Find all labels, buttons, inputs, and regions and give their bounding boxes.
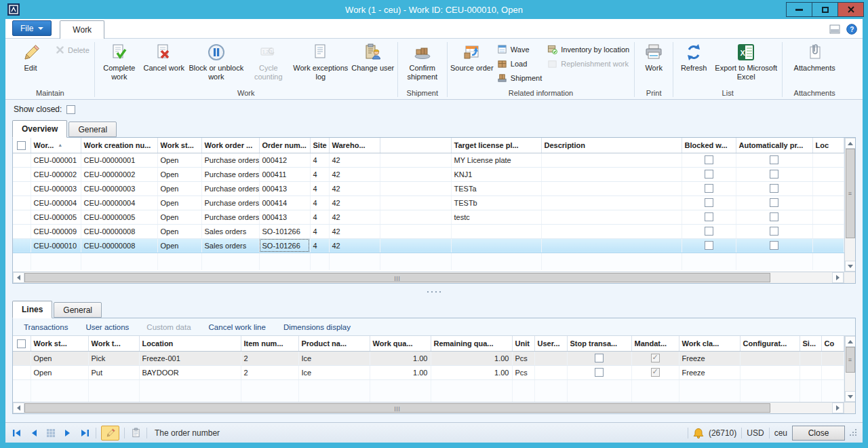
- table-row[interactable]: CEU-000002CEU-00000002OpenPurchase order…: [13, 167, 844, 181]
- scroll-right-button[interactable]: [832, 272, 844, 283]
- title-bar[interactable]: Work (1 - ceu) - Work ID: CEU-000010, Op…: [0, 0, 868, 19]
- show-closed-checkbox[interactable]: [66, 105, 75, 114]
- column-header[interactable]: Description: [541, 138, 682, 153]
- cell-checkbox[interactable]: [595, 354, 604, 362]
- notification-count[interactable]: (26710): [709, 428, 736, 438]
- inventory-by-location-button[interactable]: Inventory by location: [545, 42, 632, 56]
- table-row[interactable]: CEU-000003CEU-00000003OpenPurchase order…: [13, 181, 844, 195]
- column-header[interactable]: Wor...: [31, 138, 81, 153]
- column-header[interactable]: Work qua...: [370, 336, 431, 351]
- column-header[interactable]: Product na...: [298, 336, 370, 351]
- tab-work[interactable]: Work: [60, 20, 104, 39]
- column-header[interactable]: Order num...: [259, 138, 310, 153]
- shipment-button[interactable]: Shipment: [494, 71, 545, 85]
- tab-lines-general[interactable]: General: [54, 302, 102, 318]
- first-record-button[interactable]: [11, 426, 23, 440]
- minimize-button[interactable]: [786, 2, 812, 17]
- column-header[interactable]: Blocked w...: [682, 138, 736, 153]
- close-window-button[interactable]: [837, 2, 864, 17]
- table-row[interactable]: CEU-000005CEU-00000005OpenPurchase order…: [13, 210, 844, 224]
- row-selector[interactable]: [13, 210, 31, 224]
- table-row[interactable]: OpenPutBAYDOOR2Ice1.001.00PcsFreeze: [13, 365, 844, 379]
- tab-overview-general[interactable]: General: [68, 122, 117, 137]
- table-row[interactable]: CEU-000004CEU-00000004OpenPurchase order…: [13, 195, 844, 210]
- column-header[interactable]: Remaining qua...: [431, 336, 512, 351]
- scrollbar-thumb[interactable]: ≡: [846, 149, 855, 238]
- scroll-up-button[interactable]: [845, 336, 856, 347]
- help-icon[interactable]: ?: [846, 24, 857, 35]
- horizontal-scrollbar[interactable]: |||: [13, 272, 855, 283]
- cell-checkbox[interactable]: [595, 368, 604, 377]
- column-header[interactable]: Work cla...: [679, 336, 740, 351]
- table-row[interactable]: CEU-000001CEU-00000001OpenPurchase order…: [13, 153, 844, 167]
- column-header[interactable]: Co: [821, 336, 844, 351]
- splitter[interactable]: [5, 284, 863, 300]
- cell-checkbox[interactable]: [651, 368, 660, 377]
- tab-lines[interactable]: Lines: [12, 301, 52, 318]
- tab-overview[interactable]: Overview: [12, 120, 67, 138]
- close-button[interactable]: Close: [792, 426, 845, 441]
- edit-button[interactable]: Edit: [8, 40, 53, 73]
- notifications-bell-icon[interactable]: [693, 428, 704, 438]
- cell-checkbox[interactable]: [651, 354, 660, 362]
- block-unblock-work-button[interactable]: Block or unblock work: [186, 40, 246, 82]
- export-excel-button[interactable]: X Export to Microsoft Excel: [712, 40, 780, 82]
- vertical-scrollbar[interactable]: ≡: [844, 138, 856, 272]
- column-header[interactable]: Work st...: [157, 138, 201, 153]
- datasource-button[interactable]: [45, 426, 57, 440]
- cell-checkbox[interactable]: [705, 212, 713, 221]
- maximize-button[interactable]: [812, 2, 838, 17]
- scroll-down-button[interactable]: [845, 391, 856, 402]
- row-selector[interactable]: [13, 195, 31, 210]
- select-all-checkbox[interactable]: [17, 141, 26, 150]
- change-user-button[interactable]: Change user: [351, 40, 395, 73]
- column-header[interactable]: Work st...: [31, 336, 88, 351]
- print-work-button[interactable]: Work: [637, 40, 671, 73]
- cell-checkbox[interactable]: [770, 170, 778, 179]
- attachments-button[interactable]: Attachments: [785, 40, 844, 73]
- column-header[interactable]: Configurat...: [740, 336, 800, 351]
- company-indicator[interactable]: ceu: [774, 428, 787, 438]
- scroll-down-button[interactable]: [845, 261, 856, 272]
- layout-pane-icon[interactable]: [829, 24, 840, 35]
- select-all-checkbox[interactable]: [17, 339, 26, 348]
- cell-checkbox[interactable]: [705, 155, 713, 164]
- work-exceptions-log-button[interactable]: Work exceptions log: [291, 40, 351, 82]
- cell-checkbox[interactable]: [770, 184, 778, 193]
- column-header[interactable]: Item num...: [241, 336, 298, 351]
- resize-grip[interactable]: [850, 429, 857, 436]
- column-header[interactable]: [380, 138, 451, 153]
- delete-button[interactable]: Delete: [53, 43, 92, 57]
- cell-checkbox[interactable]: [770, 198, 778, 207]
- row-selector[interactable]: [13, 351, 31, 365]
- scroll-right-button[interactable]: [832, 403, 844, 413]
- row-selector[interactable]: [13, 224, 31, 238]
- column-header[interactable]: Target license pl...: [451, 138, 541, 153]
- column-header[interactable]: Work creation nu...: [81, 138, 157, 153]
- cell-checkbox[interactable]: [705, 198, 713, 207]
- refresh-button[interactable]: Refresh: [675, 40, 712, 73]
- column-header[interactable]: Loc: [812, 138, 844, 153]
- currency-indicator[interactable]: USD: [747, 428, 764, 438]
- column-header[interactable]: Location: [139, 336, 241, 351]
- column-header[interactable]: User...: [534, 336, 567, 351]
- column-header[interactable]: Stop transa...: [567, 336, 631, 351]
- row-selector[interactable]: [13, 153, 31, 167]
- column-header[interactable]: Site: [310, 138, 329, 153]
- last-record-button[interactable]: [79, 426, 91, 440]
- column-header[interactable]: Work t...: [88, 336, 139, 351]
- source-order-button[interactable]: Source order: [450, 40, 494, 73]
- cell-checkbox[interactable]: [705, 241, 713, 250]
- column-header[interactable]: Wareho...: [329, 138, 380, 153]
- column-header[interactable]: Unit: [512, 336, 534, 351]
- load-button[interactable]: Load: [494, 56, 545, 71]
- table-row[interactable]: CEU-000010CEU-00000008OpenSales ordersSO…: [13, 238, 844, 253]
- column-header[interactable]: Automatically pr...: [736, 138, 812, 153]
- confirm-shipment-button[interactable]: Confirm shipment: [400, 40, 445, 82]
- column-header[interactable]: Si...: [800, 336, 821, 351]
- scroll-up-button[interactable]: [845, 138, 856, 149]
- document-handling-button[interactable]: [130, 426, 142, 440]
- cell-checkbox[interactable]: [705, 227, 713, 236]
- file-menu-button[interactable]: File: [12, 20, 52, 36]
- row-selector[interactable]: [13, 167, 31, 181]
